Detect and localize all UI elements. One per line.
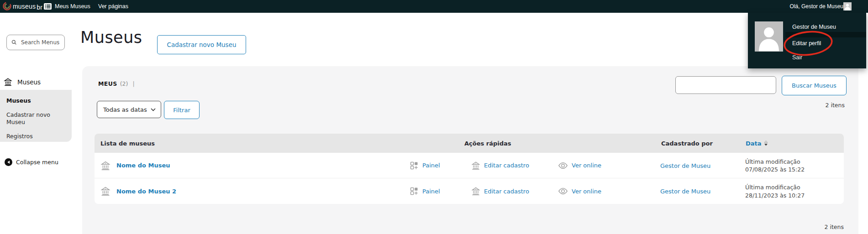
topbar: museus br Meus Museus Ver páginas Olá, G… — [0, 0, 868, 13]
museum-icon — [100, 186, 110, 196]
sidebar-item-cadastrar-novo-museu[interactable]: Cadastrar novo Museu — [6, 111, 57, 126]
museusbr-admin-page: museus br Meus Museus Ver páginas Olá, G… — [0, 0, 868, 234]
dropdown-highlight — [785, 32, 866, 37]
tab-label: MEUS — [98, 80, 117, 87]
cadastrar-novo-museu-button[interactable]: Cadastrar novo Museu — [157, 35, 246, 54]
brand-name: museus — [13, 3, 36, 10]
collapse-icon — [5, 158, 12, 166]
topnav-meus-museus[interactable]: Meus Museus — [44, 0, 90, 13]
list-icon — [44, 3, 52, 10]
sidebar-submenu: Museus Cadastrar novo Museu Registros — [0, 90, 72, 142]
date-filter-select[interactable]: Todas as datas — [97, 101, 161, 118]
user-dropdown-menu: Gestor de Museu Editar perfil Sair — [748, 13, 866, 68]
filtrar-button[interactable]: Filtrar — [164, 101, 200, 119]
last-modified: Última modificação 07/08/2025 às 15:22 — [745, 157, 805, 173]
museum-name-link[interactable]: Nome do Museu — [116, 162, 170, 169]
last-modified: Última modificação 28/11/2023 às 10:27 — [745, 183, 805, 199]
column-header-acoes: Ações rápidas — [464, 140, 511, 147]
museum-icon — [471, 161, 480, 170]
eye-icon — [558, 186, 568, 196]
column-header-data[interactable]: Data — [746, 140, 768, 147]
brand-logo[interactable]: museus br — [2, 1, 42, 11]
topnav-ver-paginas[interactable]: Ver páginas — [98, 0, 128, 13]
page-title: Museus — [80, 28, 142, 47]
dashboard-icon — [410, 161, 419, 170]
date-filter-value: Todas as datas — [103, 106, 147, 113]
registered-by-link[interactable]: Gestor de Museu — [660, 188, 710, 195]
buscar-museus-button[interactable]: Buscar Museus — [782, 76, 847, 95]
museum-icon — [471, 187, 480, 196]
sidebar-item-registros[interactable]: Registros — [6, 133, 65, 140]
museum-name-link[interactable]: Nome do Museu 2 — [116, 188, 176, 195]
table-row: Nome do Museu Painel — [95, 153, 844, 178]
user-avatar-large — [755, 21, 783, 52]
last-modified-label: Última modificação — [745, 183, 805, 192]
tab-count: (2) — [120, 80, 128, 87]
sort-icon[interactable] — [764, 140, 768, 146]
table-row: Nome do Museu 2 Painel — [95, 178, 844, 204]
dashboard-icon — [410, 187, 419, 196]
last-modified-label: Última modificação — [745, 157, 805, 166]
user-greeting[interactable]: Olá, Gestor de Museu — [790, 0, 843, 13]
editar-cadastro-link[interactable]: Editar cadastro — [484, 162, 529, 169]
ver-online-link[interactable]: Ver online — [572, 188, 601, 195]
collapse-menu-button[interactable]: Collapse menu — [5, 158, 58, 166]
museum-icon — [4, 78, 12, 86]
menu-search — [6, 35, 65, 50]
eye-icon — [558, 161, 568, 171]
items-count-top: 2 itens — [777, 102, 845, 109]
search-icon — [11, 39, 17, 46]
ver-online-link[interactable]: Ver online — [572, 162, 601, 169]
table-header-row: Lista de museus Ações rápidas Cadastrado… — [95, 134, 844, 153]
logo-icon — [2, 1, 12, 11]
menu-item-sair[interactable]: Sair — [792, 54, 802, 61]
dropdown-user-name: Gestor de Museu — [792, 24, 836, 30]
items-count-bottom: 2 itens — [776, 224, 844, 230]
museums-table: Lista de museus Ações rápidas Cadastrado… — [95, 134, 844, 204]
column-header-data-label: Data — [746, 140, 762, 147]
menu-search-input[interactable] — [20, 39, 60, 46]
column-header-cadastrado: Cadastrado por — [661, 140, 713, 147]
tab-meus[interactable]: MEUS (2) | — [98, 80, 135, 87]
menu-item-editar-perfil[interactable]: Editar perfil — [792, 40, 821, 47]
sidebar-section-museus[interactable]: Museus — [4, 78, 41, 86]
column-header-lista: Lista de museus — [100, 140, 155, 147]
museum-icon — [100, 161, 110, 171]
editar-cadastro-link[interactable]: Editar cadastro — [484, 188, 529, 195]
topnav-label: Meus Museus — [55, 3, 90, 10]
painel-link[interactable]: Painel — [422, 162, 440, 169]
museums-search-input[interactable] — [675, 76, 776, 94]
tab-divider: | — [132, 80, 134, 87]
sidebar-item-museus[interactable]: Museus — [6, 97, 65, 105]
topnav-label: Ver páginas — [98, 3, 128, 10]
chevron-down-icon — [151, 108, 156, 111]
brand-suffix: br — [37, 4, 42, 11]
user-avatar-icon[interactable] — [843, 2, 852, 10]
painel-link[interactable]: Painel — [422, 188, 440, 195]
registered-by-link[interactable]: Gestor de Museu — [660, 162, 710, 169]
sidebar-section-label: Museus — [17, 78, 41, 86]
collapse-menu-label: Collapse menu — [16, 159, 58, 166]
last-modified-date: 07/08/2025 às 15:22 — [745, 166, 805, 174]
last-modified-date: 28/11/2023 às 10:27 — [745, 191, 805, 199]
